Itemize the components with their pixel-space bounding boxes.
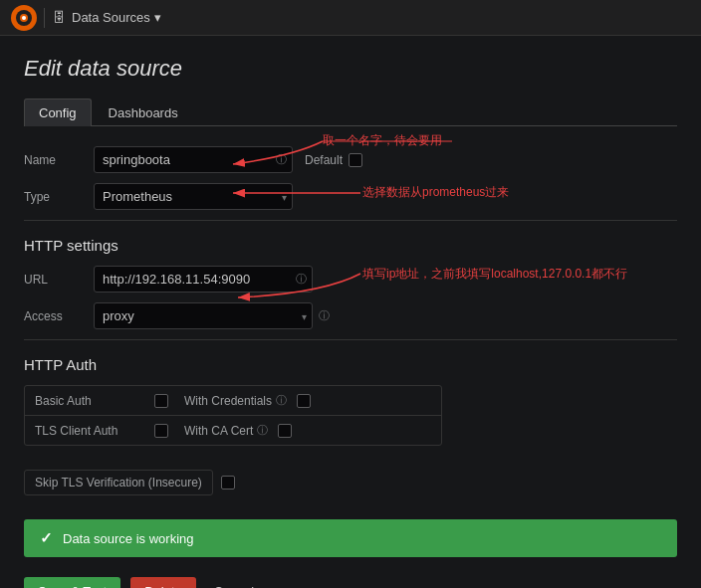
access-label: Access: [24, 309, 94, 323]
with-ca-cert-checkbox[interactable]: [278, 424, 292, 438]
default-label: Default: [305, 153, 343, 167]
skip-tls-checkbox[interactable]: [221, 476, 235, 490]
basic-auth-label: Basic Auth: [35, 394, 154, 408]
with-ca-cert-info-icon[interactable]: ⓘ: [257, 423, 268, 438]
section-divider-1: [24, 220, 677, 221]
http-auth-header: HTTP Auth: [24, 356, 677, 373]
with-credentials-info-icon[interactable]: ⓘ: [276, 393, 287, 408]
delete-button[interactable]: Delete: [130, 577, 196, 588]
name-input[interactable]: [94, 146, 293, 173]
url-row: URL ⓘ: [24, 266, 677, 293]
access-row: Access proxy direct ▾ ⓘ: [24, 302, 677, 329]
http-auth-table: Basic Auth With Credentials ⓘ TLS Client…: [24, 385, 442, 446]
tls-auth-label: TLS Client Auth: [35, 424, 154, 438]
app-logo[interactable]: [10, 4, 38, 32]
type-label: Type: [24, 190, 94, 204]
nav-title: Data Sources: [72, 10, 150, 25]
form-annotation-wrapper: Name ⓘ Default Type Prometheus Graphite …: [24, 146, 677, 588]
name-row: Name ⓘ Default: [24, 146, 677, 173]
tab-bar: Config Dashboards: [24, 98, 677, 126]
main-content: Edit data source Config Dashboards Name …: [0, 36, 701, 588]
url-label: URL: [24, 273, 94, 287]
status-bar: ✓ Data source is working: [24, 519, 677, 557]
with-credentials-label: With Credentials: [184, 394, 272, 408]
top-navbar: 🗄 Data Sources ▾: [0, 0, 701, 36]
action-buttons: Save & Test Delete Cancel: [24, 577, 677, 588]
nav-db-icon: 🗄: [53, 10, 66, 25]
basic-auth-row: Basic Auth With Credentials ⓘ: [25, 386, 441, 416]
with-credentials-checkbox[interactable]: [297, 394, 311, 408]
skip-tls-label: Skip TLS Verification (Insecure): [24, 470, 213, 495]
access-select-wrapper: proxy direct ▾: [94, 302, 313, 329]
name-label: Name: [24, 153, 94, 167]
section-divider-2: [24, 339, 677, 340]
save-test-button[interactable]: Save & Test: [24, 577, 120, 588]
type-select-wrapper: Prometheus Graphite InfluxDB Elasticsear…: [94, 183, 293, 210]
url-input[interactable]: [94, 266, 313, 293]
nav-dropdown-arrow[interactable]: ▾: [154, 10, 161, 25]
tls-auth-row: TLS Client Auth With CA Cert ⓘ: [25, 416, 441, 445]
tab-config[interactable]: Config: [24, 98, 92, 126]
tls-auth-checkbox[interactable]: [154, 424, 168, 438]
status-check-icon: ✓: [40, 529, 53, 547]
access-select[interactable]: proxy direct: [94, 302, 313, 329]
name-info-icon[interactable]: ⓘ: [276, 152, 287, 167]
svg-point-3: [22, 16, 26, 20]
type-row: Type Prometheus Graphite InfluxDB Elasti…: [24, 183, 677, 210]
nav-divider: [44, 8, 45, 28]
status-message: Data source is working: [63, 531, 194, 546]
tab-dashboards[interactable]: Dashboards: [94, 98, 193, 126]
url-input-wrapper: ⓘ: [94, 266, 313, 293]
basic-auth-checkbox[interactable]: [154, 394, 168, 408]
cancel-button[interactable]: Cancel: [206, 577, 262, 588]
default-checkbox[interactable]: [349, 153, 362, 167]
page-title: Edit data source: [24, 56, 677, 82]
http-settings-header: HTTP settings: [24, 237, 677, 254]
type-select[interactable]: Prometheus Graphite InfluxDB Elasticsear…: [94, 183, 293, 210]
skip-tls-row: Skip TLS Verification (Insecure): [24, 462, 677, 503]
with-ca-cert-label: With CA Cert: [184, 424, 253, 438]
url-info-icon[interactable]: ⓘ: [296, 272, 307, 287]
access-info-icon[interactable]: ⓘ: [319, 308, 330, 323]
name-input-wrapper: ⓘ: [94, 146, 293, 173]
